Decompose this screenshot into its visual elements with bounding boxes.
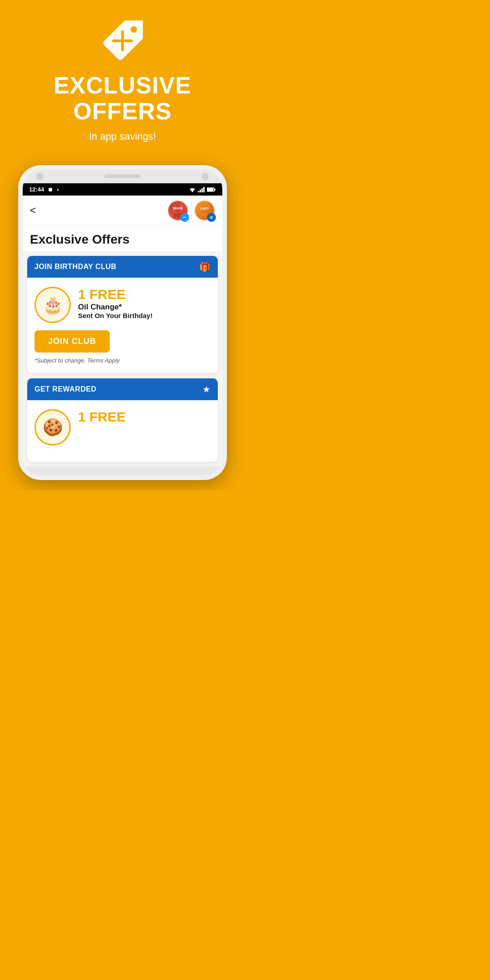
birthday-big-text: 1 FREE: [78, 287, 211, 302]
wifi-icon: [189, 187, 196, 192]
signal-icon: [198, 187, 205, 192]
chat-icon: [182, 215, 187, 220]
app-content: JOIN BIRTHDAY CLUB 🎁 🎂 1 FREE Oil Change…: [23, 251, 222, 466]
top-section: EXCLUSIVE OFFERS In app savings!: [0, 0, 245, 156]
svg-rect-10: [207, 188, 213, 191]
svg-rect-23: [210, 216, 213, 217]
join-club-button[interactable]: JOIN CLUB: [34, 330, 110, 353]
birthday-club-card: JOIN BIRTHDAY CLUB 🎁 🎂 1 FREE Oil Change…: [27, 256, 218, 373]
svg-rect-24: [210, 217, 213, 218]
svg-point-17: [184, 217, 185, 218]
header-avatars: MAN: [167, 200, 215, 221]
birthday-offer-sub: Sent On Your Birthday!: [78, 312, 211, 319]
page-main-title: EXCLUSIVE OFFERS: [0, 73, 245, 124]
svg-text:MAN: MAN: [173, 206, 183, 211]
svg-text:LADY: LADY: [200, 207, 209, 210]
svg-rect-8: [203, 187, 205, 192]
avatar-divider: [191, 200, 191, 221]
birthday-terms: *Subject to change. Terms Apply: [34, 357, 211, 364]
speaker: [104, 174, 141, 178]
status-time: 12:44: [29, 186, 44, 193]
avatar-male-container: MAN: [167, 200, 188, 221]
tag-icon: [100, 18, 145, 64]
exclusive-offers-title: Exclusive Offers: [30, 232, 215, 247]
menu-icon: [209, 215, 214, 220]
phone-frame: 12:44 ⏺ ▪: [18, 165, 227, 480]
status-icon-circle: ⏺: [48, 186, 53, 193]
phone-top-deco: [23, 170, 222, 183]
status-left: 12:44 ⏺ ▪: [29, 186, 59, 193]
rewarded-big-text: 1 FREE: [78, 409, 211, 424]
phone-mockup: 12:44 ⏺ ▪: [0, 165, 245, 480]
rewarded-offer-text: 1 FREE: [78, 409, 211, 424]
phone-screen: 12:44 ⏺ ▪: [23, 170, 222, 475]
app-header: < MAN: [23, 196, 222, 226]
star-icon: ★: [202, 384, 211, 395]
svg-rect-25: [210, 218, 213, 219]
rewarded-image: 🍪: [34, 409, 71, 446]
page-subtitle: In app savings!: [89, 131, 156, 142]
rewarded-card-header-title: GET REWARDED: [34, 385, 97, 393]
rewarded-card-body: 🍪 1 FREE: [27, 400, 218, 462]
svg-point-0: [131, 26, 137, 33]
menu-badge[interactable]: [207, 213, 216, 222]
svg-rect-5: [198, 191, 199, 192]
chat-badge: [180, 213, 189, 222]
phone-bottom-deco: [23, 466, 222, 475]
svg-rect-11: [214, 189, 216, 191]
status-icon-box: ▪: [57, 186, 59, 193]
camera-right: [201, 173, 209, 180]
svg-rect-6: [200, 190, 201, 192]
birthday-card-body: 🎂 1 FREE Oil Change* Sent On Your Birthd…: [27, 278, 218, 373]
rewarded-card-content-row: 🍪 1 FREE: [34, 409, 211, 446]
svg-rect-7: [201, 188, 203, 192]
gift-icon: 🎁: [199, 261, 211, 272]
page-title-bar: Exclusive Offers: [23, 226, 222, 251]
back-button[interactable]: <: [30, 205, 36, 216]
avatar-female-container: LADY: [194, 200, 215, 221]
camera-left: [36, 173, 44, 180]
rewarded-card: GET REWARDED ★ 🍪 1 FREE: [27, 378, 218, 462]
svg-point-18: [185, 217, 186, 218]
birthday-offer-desc: Oil Change*: [78, 303, 211, 312]
status-right: [189, 187, 216, 192]
rewarded-card-header: GET REWARDED ★: [27, 378, 218, 400]
birthday-cake-image: 🎂: [34, 287, 71, 323]
birthday-card-content-row: 🎂 1 FREE Oil Change* Sent On Your Birthd…: [34, 287, 211, 323]
battery-icon: [207, 187, 216, 192]
birthday-card-header: JOIN BIRTHDAY CLUB 🎁: [27, 256, 218, 278]
birthday-offer-text: 1 FREE Oil Change* Sent On Your Birthday…: [78, 287, 211, 319]
birthday-card-header-title: JOIN BIRTHDAY CLUB: [34, 263, 117, 271]
svg-point-16: [183, 217, 184, 218]
status-bar: 12:44 ⏺ ▪: [23, 183, 222, 196]
